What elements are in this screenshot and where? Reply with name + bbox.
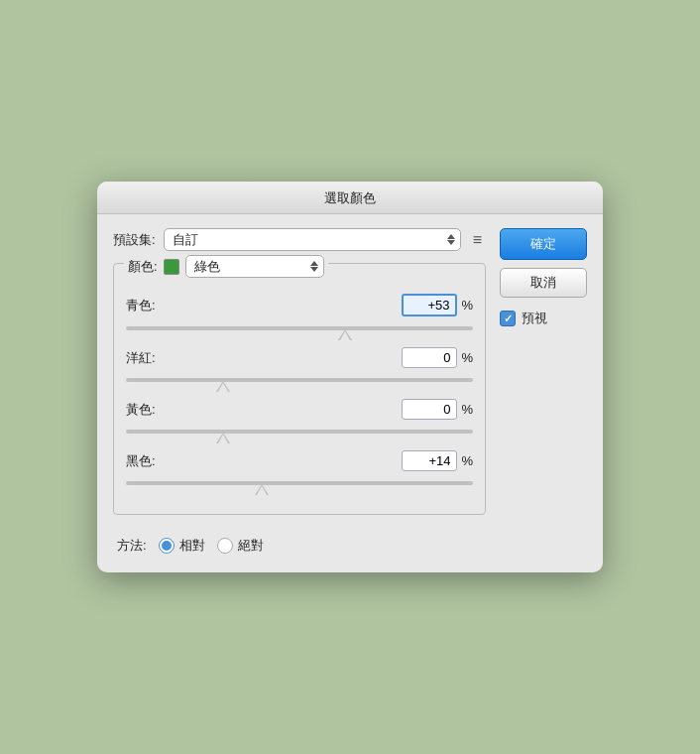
slider-label-cyan: 青色: [126, 297, 156, 314]
slider-thumb-cyan[interactable] [338, 329, 352, 340]
slider-thumb-black[interactable] [255, 484, 269, 495]
slider-row-yellow: 黃色: % [126, 399, 473, 440]
color-swatch [164, 259, 179, 275]
color-select-wrapper: 綠色 [185, 255, 324, 278]
cancel-button[interactable]: 取消 [500, 268, 587, 298]
slider-track-magenta[interactable] [126, 371, 473, 389]
left-panel: 預設集: 自訂 ≡ 顏色: [113, 228, 486, 557]
preview-label: 預視 [522, 310, 547, 327]
slider-track-black[interactable] [126, 474, 473, 492]
slider-thumb-yellow[interactable] [216, 433, 230, 443]
slider-pct-magenta: % [461, 350, 473, 365]
right-panel: 確定 取消 預視 [500, 228, 587, 557]
slider-value-yellow[interactable] [402, 399, 457, 420]
radio-relative-label: 相對 [179, 537, 205, 555]
color-group: 顏色: 綠色 [113, 263, 486, 515]
slider-track-cyan[interactable] [126, 319, 473, 337]
slider-row-cyan: 青色: % [126, 294, 473, 337]
preset-select[interactable]: 自訂 [164, 228, 461, 251]
radio-absolute-label: 絕對 [238, 537, 264, 555]
slider-label-magenta: 洋紅: [126, 349, 156, 367]
dialog-title: 選取顏色 [97, 182, 603, 214]
color-group-legend: 顏色: 綠色 [124, 255, 328, 278]
slider-thumb-magenta[interactable] [216, 381, 230, 392]
color-group-label: 顏色: [128, 258, 158, 276]
slider-pct-black: % [461, 453, 473, 468]
slider-group: 青色: % [126, 294, 473, 500]
slider-pct-yellow: % [461, 402, 473, 417]
radio-absolute-circle[interactable] [217, 538, 233, 554]
slider-row-magenta: 洋紅: % [126, 347, 473, 389]
slider-label-black: 黑色: [126, 452, 156, 470]
preview-row: 預視 [500, 310, 587, 327]
ok-button[interactable]: 確定 [500, 228, 587, 260]
slider-row-black: 黑色: % [126, 450, 473, 492]
radio-relative[interactable]: 相對 [159, 537, 205, 555]
slider-input-magenta: % [402, 347, 473, 368]
slider-label-yellow: 黃色: [126, 401, 156, 419]
slider-input-black: % [402, 450, 473, 471]
preview-checkbox[interactable] [500, 311, 516, 326]
slider-input-cyan: % [402, 294, 473, 316]
slider-track-yellow[interactable] [126, 423, 473, 440]
color-picker-dialog: 選取顏色 預設集: 自訂 ≡ 顏 [97, 182, 603, 572]
preset-menu-icon[interactable]: ≡ [469, 229, 486, 251]
slider-value-black[interactable] [402, 450, 457, 471]
preset-label: 預設集: [113, 231, 156, 249]
slider-value-magenta[interactable] [402, 347, 457, 368]
color-select[interactable]: 綠色 [185, 255, 324, 278]
preset-select-wrapper: 自訂 [164, 228, 461, 251]
slider-input-yellow: % [402, 399, 473, 420]
slider-value-cyan[interactable] [402, 294, 457, 316]
radio-relative-circle[interactable] [159, 538, 175, 554]
method-label: 方法: [117, 537, 147, 555]
preset-row: 預設集: 自訂 ≡ [113, 228, 486, 251]
slider-pct-cyan: % [461, 298, 473, 313]
radio-absolute[interactable]: 絕對 [217, 537, 264, 555]
method-row: 方法: 相對 絕對 [113, 531, 486, 557]
